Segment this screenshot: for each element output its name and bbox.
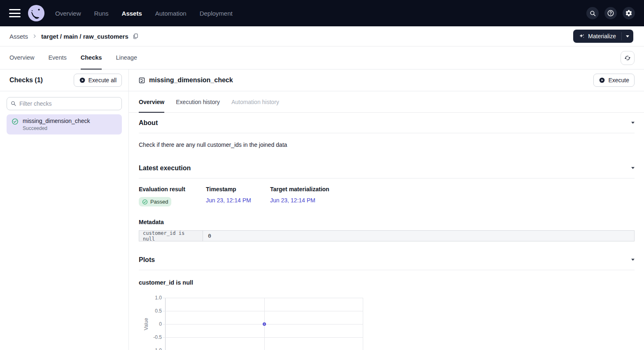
passed-badge: Passed — [139, 197, 171, 206]
plot-area — [165, 298, 363, 350]
tab-lineage[interactable]: Lineage — [116, 46, 137, 70]
sparkle-icon — [579, 33, 585, 39]
collapse-caret-icon[interactable] — [631, 122, 635, 124]
breadcrumb-chevron-icon — [32, 34, 37, 39]
latest-execution-section-header: Latest execution — [139, 158, 635, 178]
about-description: Check if there are any null customer_ids… — [139, 141, 635, 148]
y-tick: 0.5 — [145, 308, 162, 314]
refresh-button[interactable] — [621, 51, 635, 65]
search-icon — [589, 10, 596, 17]
latest-execution-table: Evaluation result Passed Timestamp Jun 2… — [139, 186, 635, 206]
breadcrumb-asset-key: target / main / raw_customers — [41, 33, 128, 40]
nav-deployment[interactable]: Deployment — [200, 10, 233, 17]
col-target-materialization: Target materialization — [270, 186, 329, 192]
execute-all-label: Execute all — [89, 77, 117, 83]
plots-section-header: Plots — [139, 250, 635, 270]
check-name: missing_dimension_check — [23, 118, 90, 124]
menu-icon[interactable] — [9, 9, 21, 17]
y-tick: -0.5 — [145, 334, 162, 340]
timestamp-link[interactable]: Jun 23, 12:14 PM — [206, 197, 251, 204]
about-title: About — [139, 119, 158, 127]
metadata-title: Metadata — [139, 219, 635, 225]
gear-icon — [625, 9, 632, 17]
primary-nav: Overview Runs Assets Automation Deployme… — [55, 10, 233, 17]
check-status: Succeeded — [23, 125, 90, 131]
asset-tabs-row: Overview Events Checks Lineage — [0, 46, 644, 70]
tab-check-overview[interactable]: Overview — [139, 91, 164, 113]
execute-all-button[interactable]: Execute all — [74, 74, 122, 87]
settings-button[interactable] — [623, 7, 635, 19]
play-circle-icon — [79, 77, 86, 83]
materialize-button[interactable]: Materialize — [573, 30, 621, 43]
collapse-caret-icon[interactable] — [631, 259, 635, 261]
passed-label: Passed — [150, 199, 168, 205]
breadcrumb-row: Assets target / main / raw_customers Mat… — [0, 26, 644, 46]
plots-title: Plots — [139, 256, 155, 264]
execute-label: Execute — [608, 77, 629, 83]
data-point[interactable] — [263, 322, 266, 326]
execute-button[interactable]: Execute — [593, 74, 635, 87]
y-tick: 0 — [145, 321, 162, 327]
tab-events[interactable]: Events — [48, 46, 66, 70]
nav-automation[interactable]: Automation — [155, 10, 187, 17]
metadata-key: customer_id is null — [139, 231, 203, 241]
refresh-icon — [624, 55, 631, 61]
filter-checks-input[interactable] — [7, 97, 122, 110]
check-list-item[interactable]: missing_dimension_check Succeeded — [7, 114, 122, 134]
materialize-split-button: Materialize — [573, 30, 633, 43]
target-materialization-link[interactable]: Jun 23, 12:14 PM — [270, 197, 315, 204]
materialize-label: Materialize — [588, 33, 616, 39]
col-timestamp: Timestamp — [206, 186, 270, 192]
top-navbar: Overview Runs Assets Automation Deployme… — [0, 0, 644, 26]
dagster-logo-icon[interactable] — [28, 5, 44, 21]
play-circle-icon — [599, 77, 605, 83]
materialize-dropdown-button[interactable] — [622, 30, 633, 43]
y-tick: 1.0 — [145, 295, 162, 301]
help-button[interactable] — [604, 7, 617, 19]
nav-overview[interactable]: Overview — [55, 10, 81, 17]
metadata-value: 0 — [203, 231, 634, 241]
nav-assets[interactable]: Assets — [122, 10, 142, 17]
tab-automation-history[interactable]: Automation history — [231, 91, 279, 113]
checks-sidebar: Checks (1) Execute all missing_dimension… — [0, 70, 129, 350]
breadcrumb-assets-link[interactable]: Assets — [9, 33, 28, 40]
nav-runs[interactable]: Runs — [94, 10, 109, 17]
latest-execution-title: Latest execution — [139, 165, 191, 172]
check-success-icon — [142, 199, 148, 205]
asset-check-icon — [138, 77, 145, 84]
filter-search-icon — [10, 100, 16, 107]
tab-checks[interactable]: Checks — [81, 46, 102, 70]
metadata-table: customer_id is null 0 — [139, 230, 635, 241]
check-tabs-row: Overview Execution history Automation hi… — [129, 91, 644, 113]
search-button[interactable] — [586, 7, 599, 19]
check-detail-title: missing_dimension_check — [149, 76, 233, 84]
col-evaluation-result: Evaluation result — [139, 186, 206, 192]
check-detail-panel: missing_dimension_check Execute Overview… — [129, 70, 644, 350]
checks-count-title: Checks (1) — [9, 76, 43, 84]
tab-overview[interactable]: Overview — [9, 46, 34, 70]
tab-execution-history[interactable]: Execution history — [176, 91, 220, 113]
check-success-icon — [12, 118, 19, 125]
about-section-header: About — [139, 113, 635, 133]
copy-icon[interactable] — [132, 33, 139, 39]
help-icon — [607, 9, 614, 17]
collapse-caret-icon[interactable] — [631, 167, 635, 169]
y-tick: -1.0 — [145, 348, 162, 350]
chevron-down-icon — [626, 35, 629, 37]
plot-title: customer_id is null — [139, 279, 635, 286]
value-plot-chart: Value 1.0 0.5 0 -0.5 -1.0 Jun 23, 12:14 … — [139, 295, 402, 350]
